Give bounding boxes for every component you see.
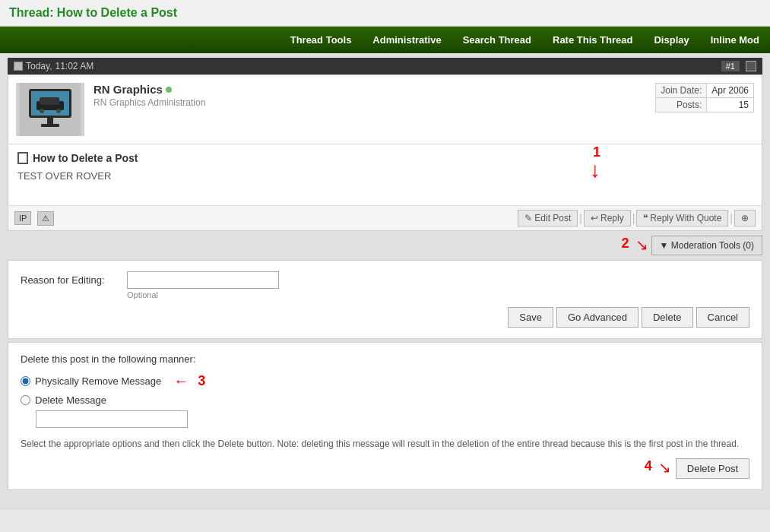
reason-row: Reason for Editing: Optional: [21, 271, 749, 299]
posts-value: 15: [707, 98, 754, 112]
edit-icon: ✎: [524, 213, 532, 223]
reason-input[interactable]: [127, 271, 279, 289]
user-row: RN Graphics RN Graphics Administration J…: [8, 75, 762, 144]
radio-physically-remove: Physically Remove Message ← 3: [21, 372, 749, 390]
action-links: ✎ Edit Post | ↩ Reply | ❝ Reply With Quo…: [518, 210, 756, 226]
nav-search-thread[interactable]: Search Thread: [452, 27, 542, 53]
svg-rect-8: [41, 124, 59, 127]
post-checkbox[interactable]: [746, 61, 756, 71]
title-prefix: Thread:: [9, 6, 54, 19]
action-icons: IP ⚠: [14, 211, 54, 226]
doc-icon: [14, 62, 23, 71]
annotation-3-number: 3: [198, 373, 205, 389]
annotation-3-arrow: ←: [173, 372, 189, 390]
edit-post-link[interactable]: ✎ Edit Post: [518, 210, 578, 226]
nav-administrative[interactable]: Administrative: [362, 27, 452, 53]
add-icon: ⊕: [741, 213, 749, 223]
edit-form: Reason for Editing: Optional Save Go Adv…: [8, 260, 762, 339]
post-content: 1 ↓ How to Delete a Post TEST OVER ROVER: [8, 144, 762, 205]
svg-point-6: [56, 109, 61, 113]
annotation-1-arrow: ↓: [590, 160, 600, 181]
reply-link[interactable]: ↩ Reply: [584, 210, 631, 226]
post-number-area: #1: [721, 61, 756, 71]
annotation-2-arrow: ↘: [635, 236, 648, 255]
avatar-wrap: [16, 83, 84, 136]
svg-point-5: [40, 109, 44, 113]
report-icon[interactable]: ⚠: [37, 211, 54, 226]
avatar: [20, 83, 81, 136]
nav-inline-mod[interactable]: Inline Mod: [700, 27, 770, 53]
delete-section: Delete this post in the following manner…: [8, 342, 762, 490]
reply-with-quote-link[interactable]: ❝ Reply With Quote: [636, 210, 728, 226]
post-action-bar: IP ⚠ ✎ Edit Post | ↩ Reply | ❝: [8, 205, 762, 230]
join-date-label: Join Date:: [656, 84, 707, 98]
delete-note: Select the appropriate options and then …: [21, 437, 749, 451]
quote-icon: ❝: [643, 213, 648, 223]
post-date: Today,: [26, 61, 52, 71]
post-container: RN Graphics RN Graphics Administration J…: [8, 74, 762, 231]
delete-button[interactable]: Delete: [642, 307, 693, 328]
optional-text: Optional: [127, 290, 749, 299]
svg-rect-4: [40, 97, 59, 105]
delete-title: Delete this post in the following manner…: [21, 353, 749, 365]
page-title-bar: Thread: How to Delete a Post: [0, 0, 770, 27]
nav-rate-thread[interactable]: Rate This Thread: [542, 27, 643, 53]
reply-icon: ↩: [591, 213, 598, 223]
radio-physically-remove-label: Physically Remove Message: [35, 375, 161, 387]
svg-rect-7: [47, 118, 53, 124]
reason-label: Reason for Editing:: [21, 271, 119, 286]
post-time: 11:02 AM: [55, 61, 93, 71]
annotation-2-number: 2: [622, 236, 629, 255]
online-indicator: [166, 87, 172, 93]
mod-tools-wrap: 2 ↘ ▼ Moderation Tools (0): [8, 231, 762, 260]
user-info: RN Graphics RN Graphics Administration: [93, 83, 655, 108]
post-number-badge: #1: [721, 61, 740, 71]
edit-form-buttons: Save Go Advanced Delete Cancel: [21, 307, 749, 328]
user-role: RN Graphics Administration: [93, 97, 655, 108]
post-datetime: Today, 11:02 AM: [14, 61, 93, 71]
moderation-tools-button[interactable]: ▼ Moderation Tools (0): [651, 236, 762, 255]
post-title-icon: [17, 152, 28, 164]
nav-thread-tools[interactable]: Thread Tools: [280, 27, 363, 53]
radio-delete-message-label: Delete Message: [35, 394, 106, 406]
nav-display[interactable]: Display: [643, 27, 699, 53]
annotation-4-number: 4: [645, 458, 652, 479]
cancel-button[interactable]: Cancel: [696, 307, 749, 328]
post-title: How to Delete a Post: [17, 152, 753, 164]
radio-delete-message-input[interactable]: [21, 395, 30, 405]
ip-icon[interactable]: IP: [14, 211, 31, 225]
save-button[interactable]: Save: [508, 307, 553, 328]
delete-reason-input[interactable]: [36, 410, 188, 428]
nav-bar: Thread Tools Administrative Search Threa…: [0, 27, 770, 53]
join-date-value: Apr 2006: [707, 84, 754, 98]
delete-post-wrap: 4 ↘ Delete Post: [21, 458, 749, 479]
add-reply-link[interactable]: ⊕: [734, 210, 756, 226]
go-advanced-button[interactable]: Go Advanced: [556, 307, 638, 328]
username: RN Graphics: [93, 83, 655, 96]
post-meta-bar: Today, 11:02 AM #1: [8, 58, 762, 74]
post-body: TEST OVER ROVER: [17, 170, 753, 182]
user-stats: Join Date: Apr 2006 Posts: 15: [655, 83, 754, 112]
reason-input-wrap: Optional: [127, 271, 749, 299]
posts-label: Posts:: [656, 98, 707, 112]
thread-title: How to Delete a Post: [57, 6, 177, 19]
radio-physically-remove-input[interactable]: [21, 376, 30, 386]
delete-post-button[interactable]: Delete Post: [676, 458, 749, 479]
radio-delete-message: Delete Message: [21, 394, 749, 406]
annotation-4-arrow: ↘: [658, 458, 671, 479]
